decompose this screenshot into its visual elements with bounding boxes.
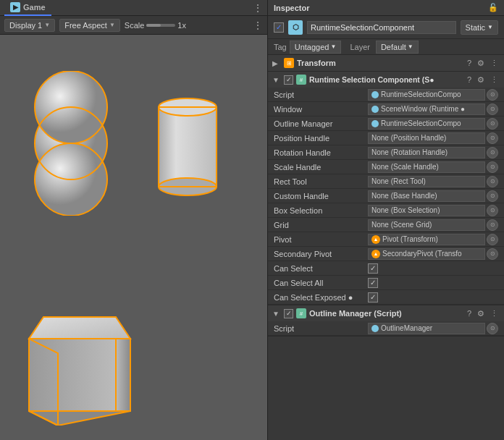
window-value-text: SceneWindow (Runtime ● xyxy=(381,105,482,113)
rotation-handle-value-field: None (Rotation Handle) xyxy=(368,147,485,158)
game-toolbar-more[interactable]: ⋮ xyxy=(253,20,263,31)
window-row: Window SceneWindow (Runtime ● ⊙ xyxy=(268,102,504,117)
object-active-checkbox[interactable] xyxy=(274,22,284,33)
can-select-exposed-row: Can Select Exposed ● xyxy=(268,290,504,305)
om-expand-icon: ▼ xyxy=(272,310,281,318)
grid-value-field: None (Scene Grid) xyxy=(368,219,485,231)
box-selection-row: Box Selection None (Box Selection) ⊙ xyxy=(268,203,504,218)
transform-header[interactable]: ▶ ⊞ Transform ? ⚙ ⋮ xyxy=(268,55,504,71)
script-value-text: RuntimeSelectionCompo xyxy=(381,90,482,98)
rsc-help-icon[interactable]: ? xyxy=(466,75,473,84)
game-panel-more[interactable]: ⋮ xyxy=(253,2,263,14)
display-dropdown[interactable]: Display 1 ▼ xyxy=(4,19,55,32)
om-more-icon[interactable]: ⋮ xyxy=(489,309,500,318)
outline-manager-row: Outline Manager RuntimeSelectionCompo ⊙ xyxy=(268,117,504,131)
transform-settings-icon[interactable]: ⚙ xyxy=(476,59,486,68)
game-panel-header: ▶ Game ⋮ xyxy=(0,0,267,16)
tag-text-label: Tag xyxy=(274,43,287,51)
game-tab-icon: ▶ xyxy=(10,2,20,12)
om-icon: # xyxy=(296,308,306,318)
transform-icons: ? ⚙ ⋮ xyxy=(466,59,500,68)
outline-manager-section: ▼ # Outline Manager (Script) ? ⚙ ⋮ Scrip… xyxy=(268,305,504,337)
static-dropdown[interactable]: Static ▼ xyxy=(461,20,498,35)
scale-handle-value-field: None (Scale Handle) xyxy=(368,161,485,173)
layer-value: Default xyxy=(381,43,406,51)
object-icon: ⬡ xyxy=(288,20,303,35)
rsc-checkbox[interactable] xyxy=(284,75,293,85)
layer-arrow-icon: ▼ xyxy=(408,43,413,50)
position-handle-value-text: None (Position Handle) xyxy=(371,134,482,142)
rsc-settings-icon[interactable]: ⚙ xyxy=(476,75,486,85)
om-checkbox[interactable] xyxy=(284,309,293,318)
secondary-pivot-select-btn[interactable]: ⊙ xyxy=(487,248,498,260)
game-toolbar: Display 1 ▼ Free Aspect ▼ Scale 1x ⋮ xyxy=(0,16,267,35)
can-select-all-row: Can Select All xyxy=(268,276,504,290)
can-select-label: Can Select xyxy=(274,264,368,273)
layer-dropdown[interactable]: Default ▼ xyxy=(376,41,419,54)
svg-marker-12 xyxy=(29,317,130,339)
script-select-btn[interactable]: ⊙ xyxy=(487,89,498,101)
cube-object xyxy=(14,295,145,426)
secondary-pivot-value-field: ▲ SecondaryPivot (Transfo xyxy=(368,248,485,260)
can-select-checkbox[interactable] xyxy=(368,263,378,274)
display-label: Display 1 xyxy=(9,21,42,30)
inspector-lock-icon[interactable]: 🔓 xyxy=(488,3,498,12)
pivot-select-btn[interactable]: ⊙ xyxy=(487,234,498,245)
scale-handle-select-btn[interactable]: ⊙ xyxy=(487,161,498,173)
can-select-row: Can Select xyxy=(268,261,504,276)
outline-manager-section-header[interactable]: ▼ # Outline Manager (Script) ? ⚙ ⋮ xyxy=(268,305,504,321)
runtime-selection-header[interactable]: ▼ # Runtime Selection Component (S● ? ⚙ … xyxy=(268,72,504,88)
can-select-all-checkbox[interactable] xyxy=(368,278,378,288)
position-handle-row: Position Handle None (Position Handle) ⊙ xyxy=(268,131,504,145)
pivot-label: Pivot xyxy=(274,235,368,244)
secondary-pivot-icon: ▲ xyxy=(371,250,380,258)
aspect-dropdown[interactable]: Free Aspect ▼ xyxy=(59,19,120,32)
box-selection-value-field: None (Box Selection) xyxy=(368,205,485,216)
scale-handle-row: Scale Handle None (Scale Handle) ⊙ xyxy=(268,160,504,174)
rsc-name: Runtime Selection Component (S● xyxy=(309,75,463,84)
outline-manager-value-text: RuntimeSelectionCompo xyxy=(381,119,482,127)
tag-layer-row: Tag Untagged ▼ Layer Default ▼ xyxy=(268,39,504,55)
rect-tool-row: Rect Tool None (Rect Tool) ⊙ xyxy=(268,174,504,189)
grid-select-btn[interactable]: ⊙ xyxy=(487,219,498,231)
position-handle-label: Position Handle xyxy=(274,134,368,143)
outline-manager-obj-icon xyxy=(371,120,379,127)
inspector-panel: Inspector 🔓 ⬡ Static ▼ Tag Untagged ▼ La… xyxy=(268,0,504,440)
om-name: Outline Manager (Script) xyxy=(309,309,463,318)
grid-row: Grid None (Scene Grid) ⊙ xyxy=(268,218,504,232)
custom-handle-value-text: None (Base Handle) xyxy=(371,192,482,200)
inspector-title: Inspector xyxy=(274,4,310,12)
rsc-icon: # xyxy=(296,75,306,85)
static-label: Static xyxy=(466,23,486,32)
grid-value-text: None (Scene Grid) xyxy=(371,221,482,229)
om-settings-icon[interactable]: ⚙ xyxy=(476,309,486,318)
om-icons: ? ⚙ ⋮ xyxy=(466,309,500,318)
scale-value-label: 1x xyxy=(177,21,186,30)
custom-handle-select-btn[interactable]: ⊙ xyxy=(487,190,498,202)
outline-manager-select-btn[interactable]: ⊙ xyxy=(487,118,498,130)
object-name-input[interactable] xyxy=(307,21,456,34)
game-panel: ▶ Game ⋮ Display 1 ▼ Free Aspect ▼ Scale… xyxy=(0,0,268,440)
box-selection-select-btn[interactable]: ⊙ xyxy=(487,205,498,216)
scale-slider[interactable] xyxy=(146,24,175,27)
om-help-icon[interactable]: ? xyxy=(466,309,473,318)
box-selection-label: Box Selection xyxy=(274,206,368,215)
game-tab[interactable]: ▶ Game xyxy=(4,0,51,16)
outline-manager-value-field: RuntimeSelectionCompo xyxy=(368,118,485,130)
position-handle-select-btn[interactable]: ⊙ xyxy=(487,132,498,144)
rsc-icons: ? ⚙ ⋮ xyxy=(466,75,500,85)
tag-dropdown[interactable]: Untagged ▼ xyxy=(290,41,342,54)
script-label: Script xyxy=(274,90,368,99)
aspect-arrow-icon: ▼ xyxy=(109,22,115,28)
transform-more-icon[interactable]: ⋮ xyxy=(489,59,500,68)
rect-tool-select-btn[interactable]: ⊙ xyxy=(487,176,498,187)
script-row: Script RuntimeSelectionCompo ⊙ xyxy=(268,88,504,102)
transform-help-icon[interactable]: ? xyxy=(466,59,473,67)
rect-tool-label: Rect Tool xyxy=(274,177,368,186)
rsc-more-icon[interactable]: ⋮ xyxy=(489,75,500,85)
grid-label: Grid xyxy=(274,221,368,229)
rotation-handle-select-btn[interactable]: ⊙ xyxy=(487,147,498,158)
window-select-btn[interactable]: ⊙ xyxy=(487,103,498,115)
can-select-exposed-checkbox[interactable] xyxy=(368,292,378,302)
om-script-select-btn[interactable]: ⊙ xyxy=(487,323,498,334)
